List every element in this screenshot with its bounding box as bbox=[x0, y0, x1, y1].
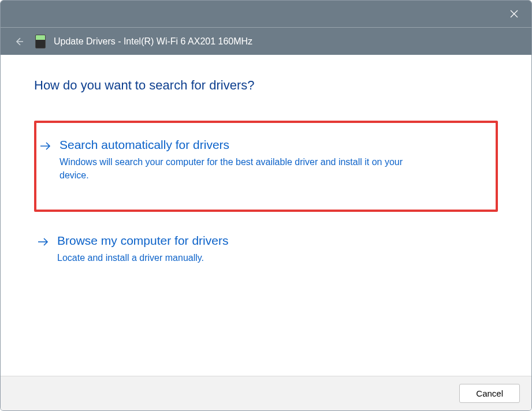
option-text: Browse my computer for drivers Locate an… bbox=[57, 234, 427, 264]
option-title: Search automatically for drivers bbox=[59, 138, 429, 152]
option-search-automatically[interactable]: Search automatically for drivers Windows… bbox=[34, 121, 498, 212]
option-description: Windows will search your computer for th… bbox=[59, 155, 429, 182]
close-icon bbox=[510, 10, 518, 18]
titlebar bbox=[1, 1, 531, 27]
arrow-right-icon bbox=[36, 237, 50, 246]
cancel-button[interactable]: Cancel bbox=[459, 384, 520, 403]
content-area: How do you want to search for drivers? S… bbox=[1, 55, 531, 376]
arrow-right-icon bbox=[39, 141, 53, 151]
back-arrow-icon bbox=[14, 36, 24, 47]
window-title: Update Drivers - Intel(R) Wi-Fi 6 AX201 … bbox=[54, 36, 252, 47]
option-text: Search automatically for drivers Windows… bbox=[59, 138, 429, 182]
update-drivers-dialog: Update Drivers - Intel(R) Wi-Fi 6 AX201 … bbox=[0, 0, 532, 411]
footer-bar: Cancel bbox=[1, 376, 531, 410]
option-description: Locate and install a driver manually. bbox=[57, 251, 427, 264]
header-bar: Update Drivers - Intel(R) Wi-Fi 6 AX201 … bbox=[1, 27, 531, 55]
device-icon bbox=[35, 35, 46, 48]
back-button[interactable] bbox=[11, 33, 27, 50]
option-browse-computer[interactable]: Browse my computer for drivers Locate an… bbox=[34, 221, 498, 277]
page-heading: How do you want to search for drivers? bbox=[34, 78, 498, 93]
close-button[interactable] bbox=[504, 3, 524, 24]
option-title: Browse my computer for drivers bbox=[57, 234, 427, 248]
